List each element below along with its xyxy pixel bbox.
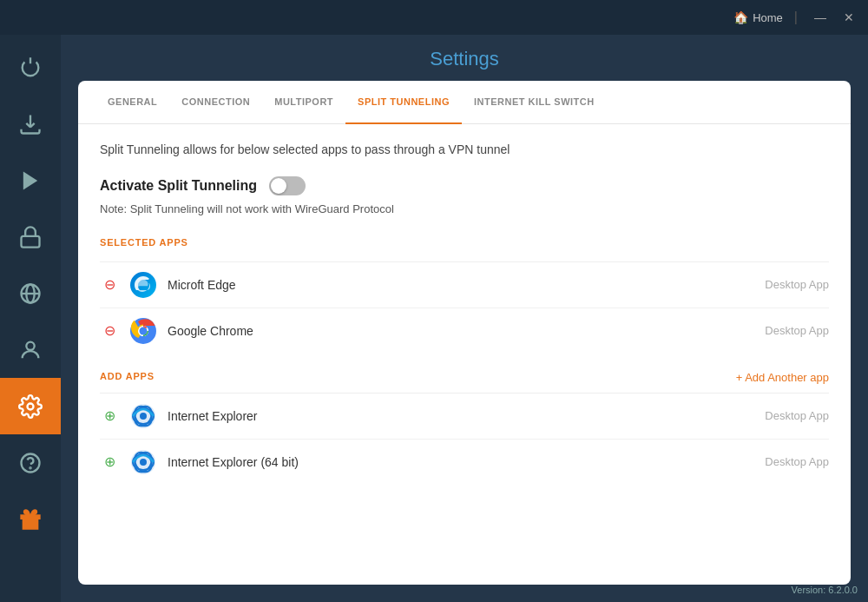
tab-multiport[interactable]: MULTIPORT: [262, 81, 345, 124]
list-item: ⊕ Internet Explorer (64 bit): [100, 440, 829, 485]
note-text: Note: Split Tunneling will not work with…: [100, 202, 829, 215]
ie-app-type: Desktop App: [765, 409, 829, 422]
description-text: Split Tunneling allows for below selecte…: [100, 142, 829, 159]
ie64-app-name: Internet Explorer (64 bit): [168, 455, 754, 469]
add-ie-button[interactable]: ⊕: [100, 407, 119, 426]
svg-point-5: [26, 341, 34, 349]
gift-icon: [18, 507, 43, 532]
settings-panel: GENERAL CONNECTION MULTIPORT SPLIT TUNNE…: [78, 81, 851, 585]
home-label: Home: [753, 11, 783, 24]
tab-connection[interactable]: CONNECTION: [169, 81, 262, 124]
home-icon: 🏠: [733, 10, 748, 24]
play-icon: [18, 169, 43, 193]
sidebar-item-gift[interactable]: [0, 491, 61, 547]
activate-toggle[interactable]: [269, 176, 306, 195]
tab-split-tunneling[interactable]: SPLIT TUNNELING: [345, 81, 462, 124]
chrome-app-name: Google Chrome: [168, 324, 754, 338]
remove-edge-button[interactable]: ⊖: [100, 275, 119, 294]
add-apps-header: ADD APPS: [100, 371, 155, 381]
svg-point-8: [30, 467, 30, 468]
ip-icon: [18, 281, 43, 306]
ie-app-icon: [129, 402, 157, 430]
tab-internet-kill-switch[interactable]: INTERNET KILL SWITCH: [462, 81, 607, 124]
page-title: Settings: [78, 35, 851, 81]
add-another-button[interactable]: + Add Another app: [736, 371, 829, 384]
close-button[interactable]: ✕: [838, 9, 859, 26]
add-ie64-button[interactable]: ⊕: [100, 453, 119, 472]
sidebar: [0, 35, 61, 602]
lock-icon: [18, 225, 43, 249]
sidebar-item-play[interactable]: [0, 152, 61, 208]
activate-label: Activate Split Tunneling: [100, 178, 257, 194]
chrome-app-icon: [129, 317, 157, 345]
ie64-app-icon: [129, 448, 157, 476]
ie64-app-type: Desktop App: [765, 455, 829, 468]
chrome-app-type: Desktop App: [765, 324, 829, 337]
main-layout: Settings GENERAL CONNECTION MULTIPORT SP…: [0, 35, 868, 602]
home-nav[interactable]: 🏠 Home: [733, 10, 783, 24]
activate-row: Activate Split Tunneling: [100, 176, 829, 195]
edge-app-icon: [129, 271, 157, 299]
list-item: ⊖: [100, 308, 829, 354]
edge-app-type: Desktop App: [765, 278, 829, 291]
list-item: ⊕ Internet Explorer: [100, 394, 829, 440]
ie-app-name: Internet Explorer: [168, 409, 754, 423]
sidebar-item-settings[interactable]: [0, 378, 61, 434]
selected-apps-header: SELECTED APPS: [100, 237, 188, 248]
sidebar-item-ip[interactable]: [0, 265, 61, 321]
remove-chrome-button[interactable]: ⊖: [100, 321, 119, 341]
selected-apps-list: ⊖: [100, 262, 829, 354]
svg-rect-1: [22, 235, 40, 247]
toggle-knob: [271, 178, 286, 194]
svg-point-6: [28, 403, 34, 409]
title-separator: |: [794, 10, 798, 25]
user-icon: [18, 338, 43, 362]
svg-point-17: [140, 413, 147, 420]
sidebar-item-download[interactable]: [0, 96, 61, 152]
title-bar: 🏠 Home | — ✕: [0, 0, 868, 35]
version-badge: Version: 6.2.0.0: [792, 585, 858, 595]
add-apps-row: ADD APPS + Add Another app: [100, 367, 829, 388]
settings-icon: [18, 394, 43, 419]
tabs-container: GENERAL CONNECTION MULTIPORT SPLIT TUNNE…: [78, 81, 851, 124]
sidebar-item-help[interactable]: [0, 434, 61, 491]
sidebar-item-user[interactable]: [0, 321, 61, 378]
minimize-button[interactable]: —: [809, 9, 832, 26]
svg-marker-0: [23, 171, 37, 189]
sidebar-item-power[interactable]: [0, 39, 61, 96]
sidebar-item-lock[interactable]: [0, 208, 61, 265]
svg-point-22: [140, 459, 147, 466]
download-icon: [18, 112, 43, 136]
list-item: ⊖: [100, 262, 829, 308]
panel-body: Split Tunneling allows for below selecte…: [78, 124, 851, 585]
tab-general[interactable]: GENERAL: [95, 81, 169, 124]
add-apps-list: ⊕ Internet Explorer: [100, 394, 829, 485]
edge-app-name: Microft Edge: [168, 278, 754, 292]
svg-point-12: [140, 327, 148, 334]
power-icon: [18, 56, 43, 80]
content-area: Settings GENERAL CONNECTION MULTIPORT SP…: [61, 35, 868, 602]
help-icon: [18, 451, 43, 475]
